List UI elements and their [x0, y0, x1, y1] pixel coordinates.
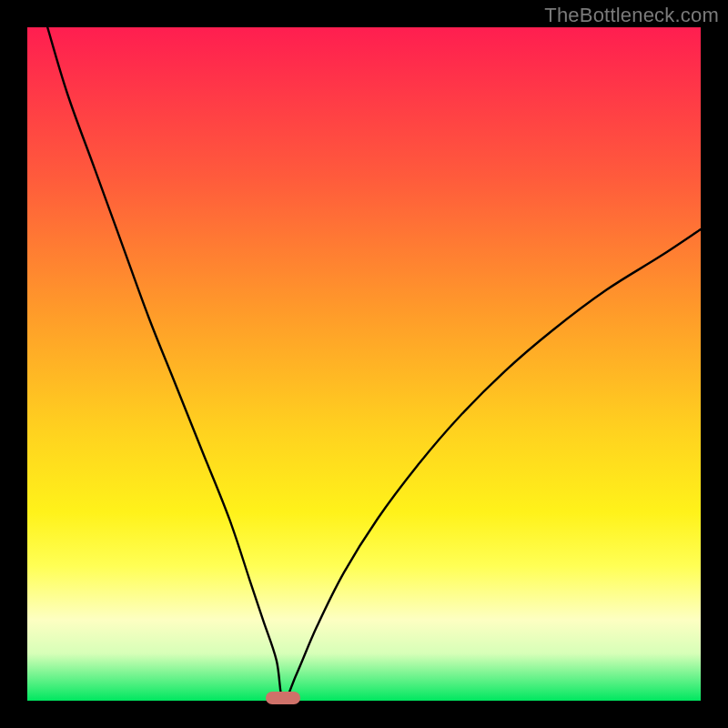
- plot-area: [27, 27, 701, 701]
- chart-frame: TheBottleneck.com: [0, 0, 728, 728]
- watermark-text: TheBottleneck.com: [544, 4, 719, 27]
- minimum-marker: [266, 692, 300, 704]
- bottleneck-curve: [27, 27, 701, 701]
